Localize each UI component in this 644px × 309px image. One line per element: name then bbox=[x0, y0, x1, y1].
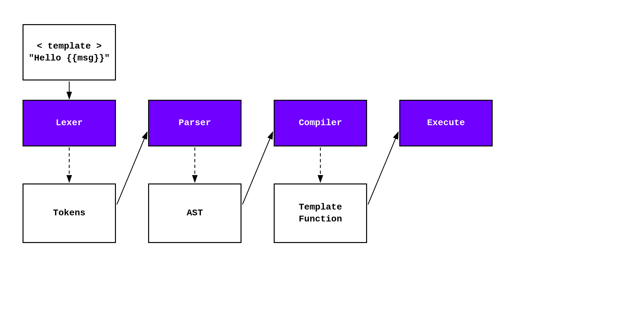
svg-line-4 bbox=[117, 132, 147, 204]
execute-label: Execute bbox=[427, 117, 465, 129]
source-template-label: < template > "Hello {{msg}}" bbox=[24, 41, 115, 64]
template-function-label: TemplateFunction bbox=[299, 201, 342, 225]
diagram: < template > "Hello {{msg}}" Lexer Parse… bbox=[0, 0, 644, 309]
execute-box: Execute bbox=[399, 100, 493, 146]
source-template-box: < template > "Hello {{msg}}" bbox=[23, 24, 116, 80]
parser-label: Parser bbox=[179, 117, 211, 129]
tokens-label: Tokens bbox=[53, 207, 86, 219]
template-function-box: TemplateFunction bbox=[274, 183, 367, 243]
compiler-box: Compiler bbox=[274, 100, 367, 146]
svg-line-6 bbox=[242, 132, 273, 204]
lexer-label: Lexer bbox=[56, 117, 83, 129]
ast-label: AST bbox=[187, 207, 203, 219]
tokens-box: Tokens bbox=[23, 183, 116, 243]
svg-line-8 bbox=[368, 132, 398, 204]
lexer-box: Lexer bbox=[23, 100, 116, 146]
ast-box: AST bbox=[148, 183, 242, 243]
parser-box: Parser bbox=[148, 100, 242, 146]
compiler-label: Compiler bbox=[299, 117, 342, 129]
